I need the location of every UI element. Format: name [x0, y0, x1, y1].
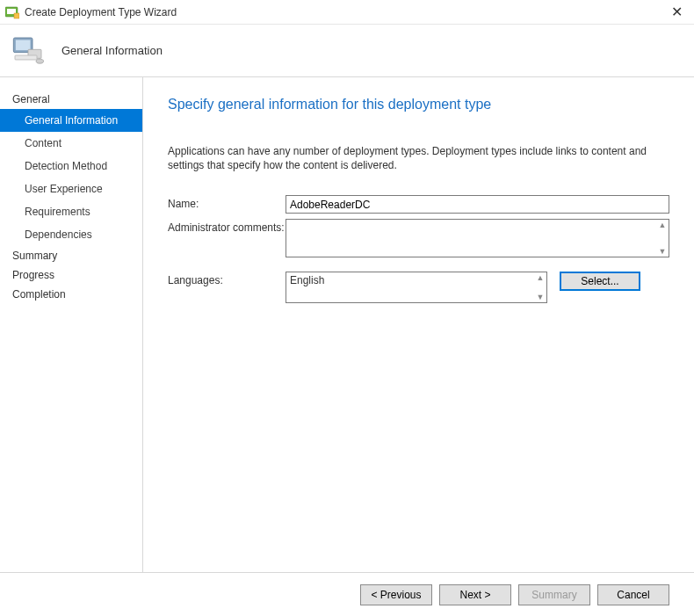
sidebar-item-dependencies[interactable]: Dependencies [0, 223, 142, 246]
languages-list[interactable]: English ▲ ▼ [286, 272, 547, 303]
svg-point-7 [36, 59, 43, 63]
step-title: General Information [61, 44, 163, 57]
page-heading: Specify general information for this dep… [168, 97, 669, 112]
content-area: Specify general information for this dep… [143, 77, 694, 572]
sidebar-group-general[interactable]: General [0, 90, 142, 109]
comments-input[interactable] [286, 220, 656, 257]
scroll-down-icon[interactable]: ▼ [656, 246, 669, 257]
sidebar-item-content[interactable]: Content [0, 132, 142, 155]
svg-rect-2 [14, 13, 19, 18]
name-label: Name: [168, 195, 286, 210]
languages-label: Languages: [168, 272, 286, 286]
titlebar: Create Deployment Type Wizard ✕ [0, 0, 694, 25]
footer: < Previous Next > Summary Cancel [0, 572, 694, 616]
cancel-button[interactable]: Cancel [597, 584, 669, 605]
sidebar-item-general-information[interactable]: General Information [0, 109, 142, 132]
sidebar-item-user-experience[interactable]: User Experience [0, 178, 142, 200]
header-band: General Information [0, 25, 694, 77]
window-title: Create Deployment Type Wizard [25, 6, 664, 18]
next-button[interactable]: Next > [439, 584, 511, 605]
computer-icon [11, 33, 46, 69]
scroll-down-icon[interactable]: ▼ [534, 292, 546, 302]
page-description: Applications can have any number of depl… [168, 144, 669, 172]
select-languages-button[interactable]: Select... [560, 272, 640, 291]
sidebar-item-detection-method[interactable]: Detection Method [0, 155, 142, 178]
summary-button: Summary [518, 584, 590, 605]
scroll-up-icon[interactable]: ▲ [534, 272, 546, 283]
sidebar-group-summary[interactable]: Summary [0, 246, 142, 265]
languages-value: English [290, 274, 324, 286]
sidebar-group-completion[interactable]: Completion [0, 285, 142, 304]
svg-rect-6 [15, 55, 37, 60]
svg-rect-4 [16, 40, 31, 50]
sidebar: General General Information Content Dete… [0, 77, 143, 572]
comments-scrollbar[interactable]: ▲ ▼ [656, 220, 669, 257]
previous-button[interactable]: < Previous [360, 584, 432, 605]
sidebar-item-requirements[interactable]: Requirements [0, 200, 142, 223]
scroll-up-icon[interactable]: ▲ [656, 220, 669, 230]
name-input[interactable] [286, 195, 669, 214]
close-icon[interactable]: ✕ [664, 4, 689, 20]
wizard-app-icon [5, 5, 19, 19]
languages-scrollbar[interactable]: ▲ ▼ [534, 272, 546, 302]
comments-label: Administrator comments: [168, 219, 286, 234]
sidebar-group-progress[interactable]: Progress [0, 265, 142, 285]
